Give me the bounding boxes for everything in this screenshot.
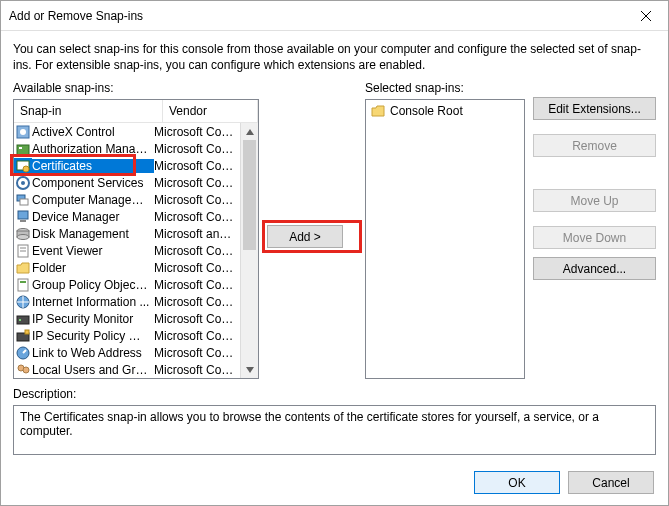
available-row[interactable]: Disk ManagementMicrosoft and ... — [14, 225, 241, 242]
available-row[interactable]: Local Users and Gro...Microsoft Corp... — [14, 361, 241, 378]
event-icon — [15, 243, 31, 259]
available-label: Available snap-ins: — [13, 81, 259, 95]
svg-point-7 — [23, 166, 29, 172]
selected-row[interactable]: Console Root — [368, 102, 522, 119]
svg-rect-23 — [17, 316, 29, 324]
row-vendor: Microsoft and ... — [154, 227, 241, 241]
available-row[interactable]: ActiveX ControlMicrosoft Corp... — [14, 123, 241, 140]
scroll-down-arrow[interactable] — [241, 361, 258, 378]
row-vendor: Microsoft Corp... — [154, 210, 241, 224]
svg-marker-31 — [246, 367, 254, 373]
disk-icon — [15, 226, 31, 242]
available-row[interactable]: IP Security Policy Ma...Microsoft Corp..… — [14, 327, 241, 344]
dialog-window: Add or Remove Snap-ins You can select sn… — [0, 0, 669, 506]
device-icon — [15, 209, 31, 225]
intro-text: You can select snap-ins for this console… — [13, 41, 656, 73]
edit-extensions-button[interactable]: Edit Extensions... — [533, 97, 656, 120]
svg-rect-4 — [17, 145, 29, 155]
available-header: Snap-in Vendor — [14, 100, 258, 123]
row-vendor: Microsoft Corp... — [154, 363, 241, 377]
available-row[interactable]: Computer Managem...Microsoft Corp... — [14, 191, 241, 208]
row-icon — [14, 209, 32, 225]
available-row[interactable]: Link to Web AddressMicrosoft Corp... — [14, 344, 241, 361]
row-vendor: Microsoft Corp... — [154, 244, 241, 258]
folder-icon — [370, 103, 386, 119]
vertical-scrollbar[interactable] — [240, 123, 258, 378]
row-name: Computer Managem... — [32, 193, 154, 207]
authz-icon — [15, 141, 31, 157]
window-title: Add or Remove Snap-ins — [9, 9, 143, 23]
folder-icon — [15, 260, 31, 276]
users-icon — [15, 362, 31, 378]
available-row[interactable]: Authorization ManagerMicrosoft Corp... — [14, 140, 241, 157]
scroll-track[interactable] — [241, 140, 258, 361]
dialog-content: You can select snap-ins for this console… — [1, 31, 668, 506]
column-header-snapin[interactable]: Snap-in — [14, 100, 163, 122]
row-icon — [14, 345, 32, 361]
selected-column: Selected snap-ins: Console Root — [365, 81, 525, 379]
row-icon — [14, 243, 32, 259]
ippol-icon — [15, 328, 31, 344]
description-label: Description: — [13, 387, 656, 401]
row-name: Authorization Manager — [32, 142, 154, 156]
titlebar: Add or Remove Snap-ins — [1, 1, 668, 31]
available-row[interactable]: Event ViewerMicrosoft Corp... — [14, 242, 241, 259]
row-name: Local Users and Gro... — [32, 363, 154, 377]
link-icon — [15, 345, 31, 361]
svg-point-24 — [19, 319, 21, 321]
available-row[interactable]: CertificatesMicrosoft Corp... — [14, 157, 241, 174]
selected-rows: Console Root — [368, 102, 522, 119]
row-name: ActiveX Control — [32, 125, 154, 139]
available-row[interactable]: FolderMicrosoft Corp... — [14, 259, 241, 276]
actions-column: Edit Extensions... Remove Move Up Move D… — [533, 81, 656, 280]
remove-button[interactable]: Remove — [533, 134, 656, 157]
activex-icon — [15, 124, 31, 140]
row-name: IP Security Monitor — [32, 312, 154, 326]
ipmon-icon — [15, 311, 31, 327]
add-button[interactable]: Add > — [267, 225, 343, 248]
chevron-up-icon — [246, 129, 254, 135]
row-name: Certificates — [32, 159, 154, 173]
row-icon — [14, 328, 32, 344]
row-name: Folder — [32, 261, 154, 275]
row-icon — [14, 192, 32, 208]
mgmt-icon — [15, 192, 31, 208]
svg-rect-11 — [20, 199, 28, 205]
row-vendor: Microsoft Corp... — [154, 193, 241, 207]
scroll-thumb[interactable] — [243, 140, 256, 250]
row-name: Link to Web Address — [32, 346, 154, 360]
cancel-button[interactable]: Cancel — [568, 471, 654, 494]
column-header-vendor[interactable]: Vendor — [163, 100, 258, 122]
description-area: Description: The Certificates snap-in al… — [13, 387, 656, 455]
svg-rect-26 — [25, 330, 29, 334]
available-column: Available snap-ins: Snap-in Vendor Activ… — [13, 81, 259, 379]
svg-rect-21 — [20, 281, 26, 283]
svg-point-16 — [17, 234, 29, 239]
move-up-button[interactable]: Move Up — [533, 189, 656, 212]
row-vendor: Microsoft Corp... — [154, 159, 241, 173]
advanced-button[interactable]: Advanced... — [533, 257, 656, 280]
row-name: IP Security Policy Ma... — [32, 329, 154, 343]
row-icon — [14, 277, 32, 293]
available-list[interactable]: Snap-in Vendor ActiveX ControlMicrosoft … — [13, 99, 259, 379]
available-body: ActiveX ControlMicrosoft Corp...Authoriz… — [14, 123, 258, 378]
row-vendor: Microsoft Corp... — [154, 295, 241, 309]
available-row[interactable]: Internet Information ...Microsoft Corp..… — [14, 293, 241, 310]
row-vendor: Microsoft Corp... — [154, 312, 241, 326]
row-icon — [14, 175, 32, 191]
available-row[interactable]: IP Security MonitorMicrosoft Corp... — [14, 310, 241, 327]
ok-button[interactable]: OK — [474, 471, 560, 494]
available-row[interactable]: Device ManagerMicrosoft Corp... — [14, 208, 241, 225]
svg-rect-12 — [18, 211, 28, 219]
close-button[interactable] — [623, 1, 668, 30]
selected-label: Selected snap-ins: — [365, 81, 525, 95]
scroll-up-arrow[interactable] — [241, 123, 258, 140]
available-row[interactable]: Component ServicesMicrosoft Corp... — [14, 174, 241, 191]
move-down-button[interactable]: Move Down — [533, 226, 656, 249]
selected-list[interactable]: Console Root — [365, 99, 525, 379]
row-vendor: Microsoft Corp... — [154, 346, 241, 360]
row-vendor: Microsoft Corp... — [154, 125, 241, 139]
available-row[interactable]: Group Policy Object ...Microsoft Corp... — [14, 276, 241, 293]
close-icon — [641, 11, 651, 21]
svg-rect-13 — [20, 220, 26, 222]
